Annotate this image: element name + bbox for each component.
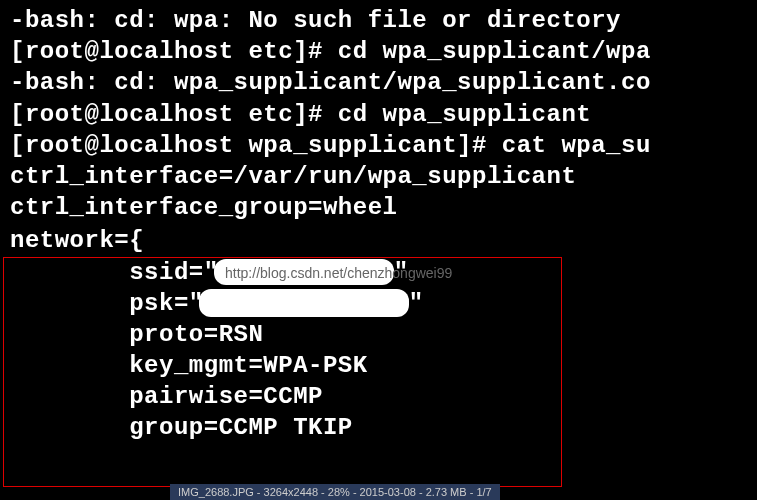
network-open: network={ xyxy=(10,225,757,256)
terminal-window[interactable]: -bash: cd: wpa: No such file or director… xyxy=(0,0,757,500)
psk-line: psk="" xyxy=(10,288,757,319)
proto-line: proto=RSN xyxy=(10,319,757,350)
terminal-line: [root@localhost wpa_supplicant]# cat wpa… xyxy=(10,130,757,161)
terminal-line: [root@localhost etc]# cd wpa_supplicant/… xyxy=(10,36,757,67)
terminal-line: ctrl_interface=/var/run/wpa_supplicant xyxy=(10,161,757,192)
terminal-line: -bash: cd: wpa_supplicant/wpa_supplicant… xyxy=(10,67,757,98)
redacted-psk xyxy=(199,289,409,317)
ssid-prefix: ssid=" xyxy=(10,259,219,286)
network-config-block: network={ ssid="" psk="" proto=RSN key_m… xyxy=(10,225,757,443)
psk-suffix: " xyxy=(409,290,424,317)
watermark-text: http://blog.csdn.net/chenzhongwei99 xyxy=(225,264,452,282)
terminal-line: -bash: cd: wpa: No such file or director… xyxy=(10,5,757,36)
terminal-line: [root@localhost etc]# cd wpa_supplicant xyxy=(10,99,757,130)
psk-prefix: psk=" xyxy=(10,290,204,317)
pairwise-line: pairwise=CCMP xyxy=(10,381,757,412)
keymgmt-line: key_mgmt=WPA-PSK xyxy=(10,350,757,381)
group-line: group=CCMP TKIP xyxy=(10,412,757,443)
image-viewer-status: IMG_2688.JPG - 3264x2448 - 28% - 2015-03… xyxy=(170,484,500,500)
terminal-line: ctrl_interface_group=wheel xyxy=(10,192,757,223)
